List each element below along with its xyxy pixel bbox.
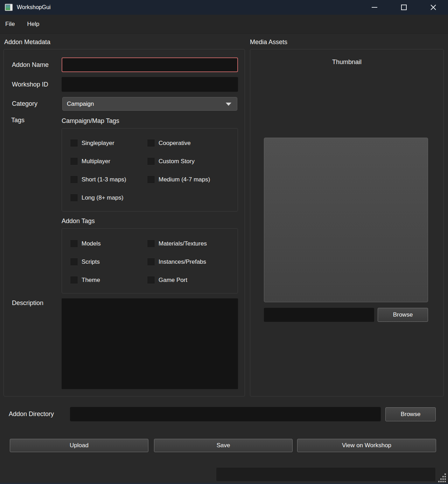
checkbox-box[interactable] <box>70 194 78 202</box>
view-on-workshop-button[interactable]: View on Workshop <box>297 439 436 452</box>
checkbox-box[interactable] <box>147 240 155 248</box>
minimize-button[interactable] <box>360 0 389 15</box>
menu-help[interactable]: Help <box>26 19 40 29</box>
thumbnail-preview <box>264 138 428 302</box>
checkbox-models[interactable]: Models <box>70 240 147 248</box>
checkbox-game-port[interactable]: Game Port <box>147 276 236 284</box>
media-assets-section-title: Media Assets <box>250 39 287 46</box>
window-title: WorkshopGui <box>17 4 51 11</box>
category-selected-value: Campaign <box>67 101 94 108</box>
tags-label: Tags <box>11 116 24 124</box>
addon-name-input[interactable] <box>62 57 238 72</box>
checkbox-materials-textures[interactable]: Materials/Textures <box>147 240 236 248</box>
resize-grip-icon[interactable] <box>438 473 447 483</box>
maximize-icon <box>401 4 407 11</box>
checkbox-scripts[interactable]: Scripts <box>70 258 147 266</box>
addon-metadata-groupbox: Addon Name Workshop ID Category Campaign… <box>4 49 245 396</box>
checkbox-box[interactable] <box>70 240 78 248</box>
chevron-down-icon <box>226 103 231 106</box>
checkbox-long-maps[interactable]: Long (8+ maps) <box>70 194 147 202</box>
titlebar: WorkshopGui <box>0 0 448 15</box>
menubar: File Help <box>0 15 448 34</box>
campaign-map-tags-groupbox: Singleplayer Cooperative Multiplayer Cus… <box>62 128 238 212</box>
checkbox-box[interactable] <box>147 258 155 266</box>
checkbox-box[interactable] <box>147 175 155 184</box>
campaign-map-tags-title: Campaign/Map Tags <box>62 117 119 125</box>
checkbox-singleplayer[interactable]: Singleplayer <box>70 139 147 147</box>
addon-tags-groupbox: Models Materials/Textures Scripts Instan… <box>62 228 238 293</box>
addon-name-label: Addon Name <box>12 57 49 72</box>
media-assets-groupbox: Thumbnail Browse <box>250 49 444 396</box>
upload-progress-bar <box>216 467 436 482</box>
checkbox-medium-maps[interactable]: Medium (4-7 maps) <box>147 175 236 184</box>
thumbnail-path-input[interactable] <box>264 308 374 322</box>
close-icon <box>430 4 436 11</box>
category-label: Category <box>12 97 37 111</box>
description-textarea[interactable] <box>62 298 238 389</box>
addon-directory-label: Addon Directory <box>9 407 54 421</box>
checkbox-instances-prefabs[interactable]: Instances/Prefabs <box>147 258 236 266</box>
addon-directory-input[interactable] <box>70 407 381 421</box>
workshop-id-input[interactable] <box>62 77 238 92</box>
checkbox-theme[interactable]: Theme <box>70 276 147 284</box>
addon-directory-browse-button[interactable]: Browse <box>385 407 436 421</box>
checkbox-short-maps[interactable]: Short (1-3 maps) <box>70 175 147 184</box>
workshop-id-label: Workshop ID <box>12 77 48 92</box>
thumbnail-label: Thumbnail <box>250 58 443 66</box>
checkbox-box[interactable] <box>70 276 78 284</box>
minimize-icon <box>371 4 378 11</box>
checkbox-cooperative[interactable]: Cooperative <box>147 139 236 147</box>
checkbox-multiplayer[interactable]: Multiplayer <box>70 157 147 165</box>
maximize-button[interactable] <box>389 0 419 15</box>
category-select[interactable]: Campaign <box>62 97 237 111</box>
addon-metadata-section-title: Addon Metadata <box>4 39 50 46</box>
description-label: Description <box>12 299 43 307</box>
menu-file[interactable]: File <box>5 19 15 29</box>
thumbnail-browse-button[interactable]: Browse <box>378 308 428 322</box>
upload-button[interactable]: Upload <box>10 439 148 452</box>
checkbox-box[interactable] <box>70 175 78 184</box>
checkbox-box[interactable] <box>147 276 155 284</box>
save-button[interactable]: Save <box>154 439 293 452</box>
app-icon <box>5 4 13 11</box>
checkbox-box[interactable] <box>147 157 155 165</box>
close-button[interactable] <box>419 0 448 15</box>
checkbox-box[interactable] <box>70 139 78 147</box>
checkbox-box[interactable] <box>70 258 78 266</box>
checkbox-box[interactable] <box>147 139 155 147</box>
addon-tags-title: Addon Tags <box>62 217 95 225</box>
checkbox-box[interactable] <box>70 157 78 165</box>
checkbox-custom-story[interactable]: Custom Story <box>147 157 236 165</box>
